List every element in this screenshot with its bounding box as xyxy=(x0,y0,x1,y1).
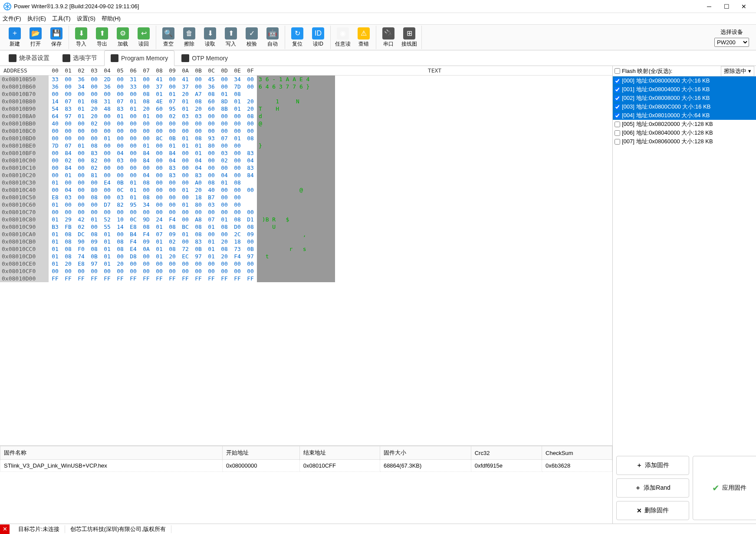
读ID-icon: ID xyxy=(312,27,324,40)
hex-row[interactable]: 0x08010CA00108DC080100B4F40709010800002C… xyxy=(0,231,612,238)
status-bar: ✕ 目标芯片:未连接 创芯工坊科技(深圳)有限公司,版权所有 xyxy=(0,524,756,534)
hex-row[interactable]: 0x08010C3001000000E40B0108000000A0080108 xyxy=(0,179,612,186)
hex-row[interactable]: 0x08010C90B3FB02005514E8080108BC080108D0… xyxy=(0,223,612,231)
查空-icon: 🔍 xyxy=(162,27,174,40)
fw-header[interactable]: CheckSum xyxy=(542,446,612,460)
hex-row[interactable]: 0x08010C4000040080000C010000000120400000… xyxy=(0,186,612,194)
fw-header[interactable]: 固件大小 xyxy=(380,446,471,460)
flash-sector-item[interactable]: [007] 地址:0x08060000 大小:128 KB xyxy=(613,137,756,146)
erase-mode-dropdown[interactable]: 擦除选中▾ xyxy=(721,66,754,76)
flash-sector-item[interactable]: [001] 地址:0x08004000 大小:16 KB xyxy=(613,85,756,94)
复位-icon: ↻ xyxy=(291,27,303,40)
flash-sector-item[interactable]: [003] 地址:0x0800C000 大小:16 KB xyxy=(613,102,756,111)
hex-row[interactable]: 0x08010CE00120E8970120000000000000000000… xyxy=(0,260,612,267)
tab-OTP Memory[interactable]: OTP Memory xyxy=(175,51,234,66)
hex-row[interactable]: 0x08010C800129420152100C9D24F400A8070108… xyxy=(0,216,612,223)
hex-row[interactable]: 0x08010CB0010890090108F40901020083012018… xyxy=(0,238,612,245)
hex-row[interactable]: 0x08010B50330036002D00310041004100450034… xyxy=(0,76,612,83)
add-firmware-button[interactable]: ＋添加固件 xyxy=(616,456,689,475)
delete-firmware-button[interactable]: ✕删除固件 xyxy=(616,501,689,520)
hex-row[interactable]: 0x08010D00FFFFFFFFFFFFFFFFFFFFFFFFFFFFFF… xyxy=(0,275,612,282)
toolbar-自动[interactable]: 🤖自动 xyxy=(262,25,283,49)
toolbar-复位[interactable]: ↻复位 xyxy=(287,25,308,49)
hex-header: ADDRESS000102030405060708090A0B0C0D0E0FT… xyxy=(0,66,612,76)
hex-row[interactable]: 0x08010CF0000000000000000000000000000000… xyxy=(0,267,612,275)
sector-checkbox[interactable] xyxy=(615,104,620,110)
toolbar-任意读[interactable]: ◉任意读 xyxy=(332,25,353,49)
hex-row[interactable]: 0x08010CD00108740B0100D8000120EC970120F4… xyxy=(0,253,612,260)
hex-row[interactable]: 0x08010BC0000000000000000000000000000000… xyxy=(0,127,612,135)
flash-sector-item[interactable]: [002] 地址:0x08008000 大小:16 KB xyxy=(613,94,756,102)
toolbar-保存[interactable]: 💾保存 xyxy=(46,25,67,49)
menu-item[interactable]: 工具(T) xyxy=(52,15,71,23)
sector-checkbox[interactable] xyxy=(615,139,620,145)
menu-item[interactable]: 文件(F) xyxy=(3,15,21,23)
toolbar-查空[interactable]: 🔍查空 xyxy=(158,25,179,49)
toolbar-导出[interactable]: ⬆导出 xyxy=(92,25,112,49)
toolbar-读ID[interactable]: ID读ID xyxy=(308,25,329,49)
hex-viewer[interactable]: 0x08010B50330036002D00310041004100450034… xyxy=(0,76,612,445)
擦除-icon: 🗑 xyxy=(183,27,195,40)
maximize-button[interactable]: ☐ xyxy=(718,0,735,13)
menu-item[interactable]: 执行(E) xyxy=(27,15,46,23)
hex-row[interactable]: 0x08010B90548301204883012060950120608B01… xyxy=(0,105,612,112)
导入-icon: ⬇ xyxy=(75,27,87,40)
hex-row[interactable]: 0x08010BB0400000020000000000000000000000… xyxy=(0,120,612,127)
hex-row[interactable]: 0x08010B700000000000000008010120A7080108 xyxy=(0,90,612,98)
fw-header[interactable]: 结束地址 xyxy=(299,446,380,460)
hex-row[interactable]: 0x08010BA0649701200001000100020303000000… xyxy=(0,112,612,120)
sector-checkbox[interactable] xyxy=(615,87,620,92)
tab-选项字节[interactable]: 选项字节 xyxy=(56,51,103,66)
toolbar-加载[interactable]: ⚙加载 xyxy=(112,25,133,49)
firmware-table[interactable]: 固件名称开始地址结束地址固件大小Crc32CheckSum STlink_V3_… xyxy=(0,446,612,524)
toolbar-串口[interactable]: 🔌串口 xyxy=(378,25,399,49)
toolbar-接线图[interactable]: ⊞接线图 xyxy=(399,25,420,49)
hex-row[interactable]: 0x08010BE07D0701080000000100010101800000… xyxy=(0,142,612,149)
firmware-row[interactable]: STlink_V3_DAP_Link_WinUSB+VCP.hex0x08000… xyxy=(0,460,612,472)
menu-item[interactable]: 帮助(H) xyxy=(102,15,121,23)
toolbar-擦除[interactable]: 🗑擦除 xyxy=(179,25,200,49)
toolbar-打开[interactable]: 📂打开 xyxy=(25,25,46,49)
toolbar-查错[interactable]: ⚠查错 xyxy=(353,25,374,49)
sector-checkbox[interactable] xyxy=(615,96,620,101)
flash-selectall-checkbox[interactable] xyxy=(615,68,620,74)
flash-sector-item[interactable]: [005] 地址:0x08020000 大小:128 KB xyxy=(613,120,756,129)
toolbar-导入[interactable]: ⬇导入 xyxy=(71,25,92,49)
add-rand-button[interactable]: ＋添加Rand xyxy=(616,478,689,498)
close-button[interactable]: ✕ xyxy=(735,0,753,13)
fw-header[interactable]: Crc32 xyxy=(471,446,542,460)
toolbar-写入[interactable]: ⬆写入 xyxy=(220,25,241,49)
hex-row[interactable]: 0x08010C70000000000000000000000000000000… xyxy=(0,208,612,216)
tab-Program Memory[interactable]: Program Memory xyxy=(104,50,174,66)
check-icon: ✔ xyxy=(712,483,720,493)
minimize-button[interactable]: ─ xyxy=(700,0,718,13)
tab-烧录器设置[interactable]: 烧录器设置 xyxy=(3,51,56,66)
hex-row[interactable]: 0x08010C10008400020000000000830004000000… xyxy=(0,164,612,171)
hex-row[interactable]: 0x08010C00000200820003008400040004000200… xyxy=(0,157,612,164)
hex-row[interactable]: 0x08010C50E80300080003010800000018B70000 xyxy=(0,194,612,201)
flash-sector-item[interactable]: [000] 地址:0x08000000 大小:16 KB xyxy=(613,76,756,85)
sector-checkbox[interactable] xyxy=(615,130,620,136)
fw-header[interactable]: 开始地址 xyxy=(222,446,299,460)
device-select[interactable]: PW200 xyxy=(714,38,749,47)
flash-sector-item[interactable]: [004] 地址:0x08010000 大小:64 KB xyxy=(613,111,756,120)
menu-item[interactable]: 设置(S) xyxy=(77,15,95,23)
sector-checkbox[interactable] xyxy=(615,78,620,84)
hex-row[interactable]: 0x08010C20000100810000000400830083000400… xyxy=(0,171,612,179)
toolbar-新建[interactable]: ＋新建 xyxy=(4,25,25,49)
sector-checkbox[interactable] xyxy=(615,122,620,127)
toolbar-读取[interactable]: ⬇读取 xyxy=(200,25,220,49)
hex-row[interactable]: 0x08010BF0008400830004008400840001000300… xyxy=(0,149,612,157)
hex-row[interactable]: 0x08010C6001000000D782953400000180030000 xyxy=(0,201,612,208)
flash-sector-list[interactable]: [000] 地址:0x08000000 大小:16 KB[001] 地址:0x0… xyxy=(613,76,756,452)
hex-row[interactable]: 0x08010CC00108F0080108E40A0108720B010873… xyxy=(0,245,612,253)
toolbar-读回[interactable]: ↩读回 xyxy=(133,25,154,49)
toolbar-校验[interactable]: ✓校验 xyxy=(241,25,262,49)
sector-checkbox[interactable] xyxy=(615,113,620,119)
hex-row[interactable]: 0x08010B6036003400360033003700370036007D… xyxy=(0,83,612,90)
apply-firmware-button[interactable]: ✔应用固件 xyxy=(693,456,756,520)
hex-row[interactable]: 0x08010BD000000000010000008C0B0108930701… xyxy=(0,135,612,142)
flash-sector-item[interactable]: [006] 地址:0x08040000 大小:128 KB xyxy=(613,129,756,137)
fw-header[interactable]: 固件名称 xyxy=(0,446,223,460)
hex-row[interactable]: 0x08010B8014070108310701084E070108608D01… xyxy=(0,98,612,105)
